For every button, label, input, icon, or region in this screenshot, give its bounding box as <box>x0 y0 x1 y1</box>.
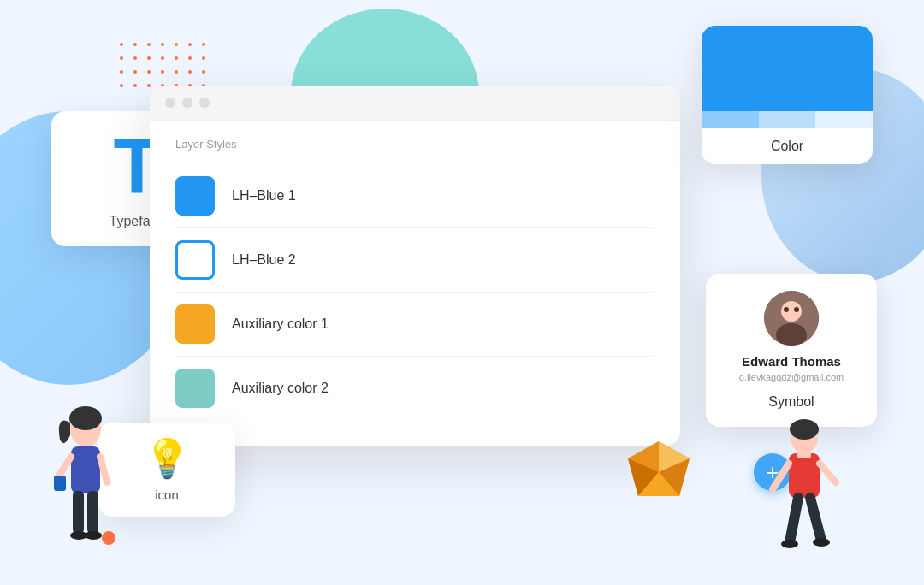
svg-rect-14 <box>73 491 84 534</box>
browser-dot-3 <box>199 98 210 108</box>
color-mini-3 <box>815 111 873 128</box>
layer-name-lhblue1: LH–Blue 1 <box>232 188 296 204</box>
layer-item-lhblue1[interactable]: LH–Blue 1 <box>175 164 654 228</box>
symbol-card: Edward Thomas o.llevkagqdz@gmail.com Sym… <box>706 274 877 427</box>
icon-label: icon <box>155 488 179 502</box>
layer-name-aux2: Auxiliary color 2 <box>232 381 329 396</box>
color-card-label: Color <box>702 128 873 164</box>
svg-rect-13 <box>71 446 100 493</box>
avatar-illustration <box>764 291 819 346</box>
symbol-person-name: Edward Thomas <box>723 354 860 369</box>
svg-rect-15 <box>87 491 98 534</box>
color-mini-1 <box>702 111 759 128</box>
svg-line-19 <box>100 457 107 482</box>
svg-rect-24 <box>789 453 820 498</box>
svg-point-23 <box>790 419 819 440</box>
layer-name-aux1: Auxiliary color 1 <box>232 316 329 332</box>
svg-line-29 <box>773 464 789 489</box>
browser-dot-1 <box>165 98 175 108</box>
layer-item-aux1[interactable]: Auxiliary color 1 <box>175 292 654 357</box>
layer-item-lhblue2[interactable]: LH–Blue 2 <box>175 228 654 292</box>
svg-point-4 <box>794 307 799 312</box>
svg-point-17 <box>85 531 102 540</box>
browser-titlebar <box>150 86 680 121</box>
swatch-lhblue1 <box>175 176 215 216</box>
svg-point-12 <box>69 406 102 430</box>
swatch-aux1 <box>175 304 215 344</box>
svg-rect-31 <box>797 452 811 458</box>
browser-content: Layer Styles LH–Blue 1 LH–Blue 2 Auxilia… <box>150 121 680 446</box>
person-left <box>47 405 124 542</box>
swatch-lhblue2 <box>175 240 215 280</box>
svg-point-28 <box>813 538 830 547</box>
lightbulb-icon: 💡 <box>112 436 222 481</box>
symbol-label: Symbol <box>723 394 860 410</box>
svg-line-26 <box>810 498 821 541</box>
layer-item-aux2[interactable]: Auxiliary color 2 <box>175 357 654 420</box>
person-right <box>766 414 843 551</box>
svg-line-18 <box>57 457 71 478</box>
svg-rect-20 <box>54 476 66 491</box>
color-swatch-main <box>702 26 873 111</box>
color-card: Color <box>702 26 873 164</box>
browser-window: Layer Styles LH–Blue 1 LH–Blue 2 Auxilia… <box>150 86 680 446</box>
color-mini-2 <box>759 111 816 128</box>
color-swatches-row <box>702 111 873 128</box>
svg-line-30 <box>820 464 836 482</box>
svg-point-1 <box>781 301 802 322</box>
layer-name-lhblue2: LH–Blue 2 <box>232 252 296 268</box>
sketch-logo <box>625 438 693 499</box>
symbol-person-email: o.llevkagqdz@gmail.com <box>723 372 860 382</box>
browser-dot-2 <box>182 98 192 108</box>
svg-point-21 <box>102 531 116 545</box>
avatar <box>764 291 819 346</box>
svg-point-3 <box>784 307 789 312</box>
swatch-aux2 <box>175 369 215 408</box>
svg-point-27 <box>781 540 798 548</box>
layer-styles-label: Layer Styles <box>175 138 654 151</box>
svg-line-25 <box>790 498 798 542</box>
